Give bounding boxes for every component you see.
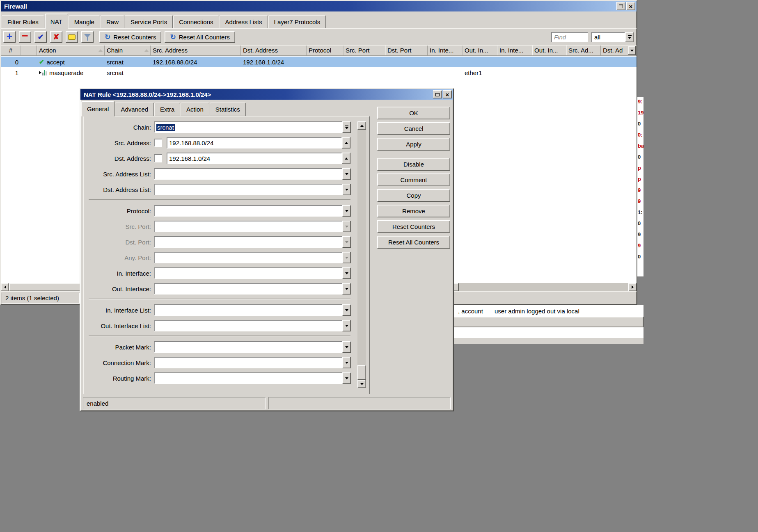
desktop: { "icons": { "add": "+", "remove": "−", … (0, 0, 758, 532)
src-address-input[interactable]: 192.168.88.0/24 (167, 137, 342, 148)
log-scrollbar[interactable] (453, 317, 643, 327)
connection-mark-dropdown[interactable] (154, 357, 342, 368)
dst-address-negate-box[interactable] (154, 154, 162, 162)
horizontal-scroll-track[interactable] (459, 283, 628, 291)
remove-button[interactable]: − (19, 31, 31, 43)
col-number[interactable]: # (1, 45, 21, 55)
chevron-down-icon[interactable] (342, 168, 351, 180)
ok-button[interactable]: OK (377, 107, 450, 119)
chevron-down-icon[interactable] (342, 304, 351, 316)
enable-button[interactable]: ✔ (34, 31, 47, 43)
rule-state-text: enabled (83, 397, 266, 409)
filter-select[interactable]: all (591, 32, 634, 42)
vertical-scroll-thumb[interactable] (357, 365, 366, 380)
dst-address-input[interactable]: 192.168.1.0/24 (167, 153, 342, 164)
col-in-interface-list[interactable]: In. Inte... (497, 45, 532, 55)
chevron-down-icon[interactable] (342, 357, 351, 368)
nat-rule-row[interactable]: 0 ✔ accept srcnat 192.168.88.0/24 192.16… (1, 57, 637, 67)
reset-all-counters-button[interactable]: ↻ Reset All Counters (165, 31, 235, 43)
apply-button[interactable]: Apply (377, 138, 450, 151)
col-src-address-list[interactable]: Src. Ad... (566, 45, 601, 55)
disable-button[interactable]: Disable (377, 158, 450, 171)
col-protocol[interactable]: Protocol (307, 45, 344, 55)
reset-all-counters-button[interactable]: Reset All Counters (377, 236, 450, 249)
scroll-right-button[interactable] (628, 283, 637, 291)
collapse-up-icon[interactable] (342, 153, 350, 164)
collapse-up-icon[interactable] (342, 137, 350, 148)
col-src-port[interactable]: Src. Port (344, 45, 385, 55)
scroll-left-button[interactable] (1, 283, 9, 291)
chevron-down-icon[interactable] (342, 205, 351, 217)
col-in-interface[interactable]: In. Inte... (428, 45, 463, 55)
tab-address-lists[interactable]: Address Lists (220, 15, 268, 29)
col-label: Src. Address (153, 47, 188, 54)
col-dst-port[interactable]: Dst. Port (385, 45, 428, 55)
background-log-window[interactable]: , account user admin logged out via loca… (453, 305, 643, 344)
protocol-dropdown[interactable] (154, 205, 342, 217)
nat-rule-row[interactable]: 1 masquerade srcnat ether1 (1, 67, 637, 78)
col-chain[interactable]: Chain (105, 45, 151, 55)
chevron-down-icon[interactable] (342, 267, 351, 279)
chain-combobox[interactable]: srcnat (154, 121, 342, 133)
chevron-down-icon[interactable] (342, 184, 351, 195)
chevron-down-icon[interactable] (342, 320, 351, 331)
out-interface-dropdown[interactable] (154, 283, 342, 295)
dialog-close-button[interactable]: × (443, 90, 452, 98)
find-input[interactable] (551, 32, 588, 42)
comment-button[interactable] (66, 31, 78, 43)
tab-layer7-protocols[interactable]: Layer7 Protocols (268, 15, 326, 29)
chevron-down-icon[interactable] (342, 372, 351, 384)
copy-button[interactable]: Copy (377, 189, 450, 202)
packet-mark-dropdown[interactable] (154, 341, 342, 353)
routing-mark-dropdown[interactable] (154, 372, 342, 384)
dialog-titlebar[interactable]: NAT Rule <192.168.88.0/24->192.168.1.0/2… (80, 89, 453, 100)
dst-address-list-dropdown[interactable] (154, 184, 342, 195)
filter-select-value[interactable]: all (591, 32, 625, 42)
firewall-titlebar[interactable]: Firewall × (1, 1, 637, 11)
tab-extra[interactable]: Extra (154, 103, 180, 116)
tab-connections[interactable]: Connections (173, 15, 219, 29)
src-address-negate-box[interactable] (154, 139, 162, 147)
filter-button[interactable] (81, 31, 94, 43)
col-action[interactable]: Action (37, 45, 105, 55)
out-interface-list-field: Out. Interface List: (86, 320, 369, 331)
chevron-down-icon[interactable] (625, 32, 634, 42)
out-interface-list-dropdown[interactable] (154, 320, 342, 331)
remove-button[interactable]: Remove (377, 205, 450, 217)
general-tab-panel: Chain: srcnat Src. Address: 192.168.88.0… (83, 116, 370, 394)
tab-statistics[interactable]: Statistics (210, 103, 246, 116)
src-address-list-dropdown[interactable] (154, 168, 342, 180)
disable-button[interactable]: ✘ (50, 31, 62, 43)
scroll-up-button[interactable] (357, 121, 366, 130)
in-interface-dropdown[interactable] (154, 267, 342, 279)
tab-action[interactable]: Action (181, 103, 209, 116)
column-select-button[interactable] (628, 46, 636, 55)
col-out-interface-list[interactable]: Out. In... (532, 45, 566, 55)
chevron-down-icon (342, 236, 351, 248)
col-dst-address[interactable]: Dst. Address (241, 45, 307, 55)
tab-filter-rules[interactable]: Filter Rules (2, 15, 44, 29)
maximize-button[interactable] (616, 2, 625, 10)
tab-advanced[interactable]: Advanced (115, 103, 154, 116)
scroll-down-button[interactable] (357, 380, 366, 388)
in-interface-list-dropdown[interactable] (154, 304, 342, 316)
chevron-down-icon[interactable] (342, 341, 351, 353)
tab-raw[interactable]: Raw (101, 15, 124, 29)
col-out-interface[interactable]: Out. In... (463, 45, 497, 55)
chevron-down-icon[interactable] (342, 121, 351, 133)
close-button[interactable]: × (626, 2, 635, 10)
dialog-maximize-button[interactable] (433, 90, 442, 98)
chevron-down-icon[interactable] (342, 283, 351, 295)
tab-general[interactable]: General (81, 101, 115, 116)
tab-mangle[interactable]: Mangle (69, 15, 100, 29)
cancel-button[interactable]: Cancel (377, 122, 450, 135)
col-flags[interactable] (21, 45, 37, 55)
vertical-scrollbar[interactable] (357, 121, 366, 388)
reset-counters-button[interactable]: ↻ Reset Counters (99, 31, 161, 43)
tab-nat[interactable]: NAT (45, 14, 68, 29)
add-button[interactable]: + (3, 31, 16, 43)
comment-button[interactable]: Comment (377, 174, 450, 186)
reset-counters-button[interactable]: Reset Counters (377, 220, 450, 233)
col-src-address[interactable]: Src. Address (151, 45, 241, 55)
tab-service-ports[interactable]: Service Ports (125, 15, 173, 29)
